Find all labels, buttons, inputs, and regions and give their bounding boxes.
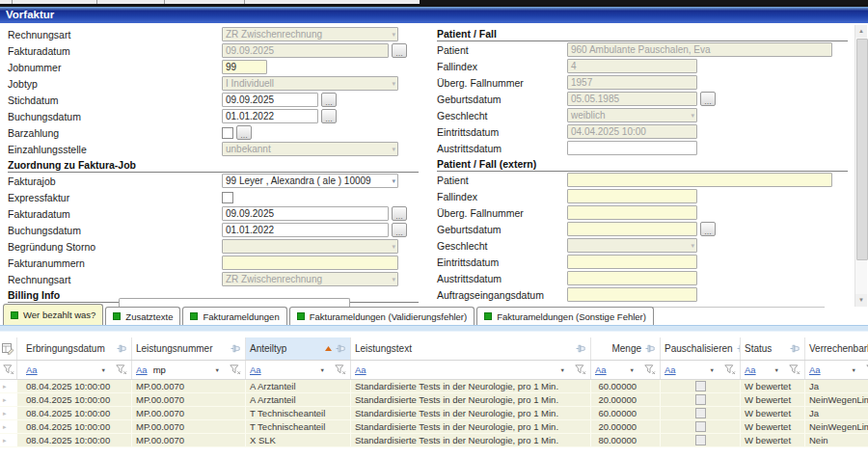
column-header-label: Anteiltyp	[250, 343, 286, 354]
tab-fakturameldungen-sonstige-fehler[interactable]: Fakturameldungen (Sonstige Fehler)	[476, 307, 654, 325]
input-eintrittsdatum[interactable]	[567, 255, 697, 269]
filter-case-toggle[interactable]: Aa	[355, 364, 366, 375]
row-expander-icon[interactable]: ▸	[0, 434, 17, 446]
scrollbar-thumb[interactable]	[856, 39, 868, 260]
input-fakturanummern[interactable]	[222, 256, 398, 270]
filter-case-toggle[interactable]: Aa	[250, 364, 261, 375]
filter-dropdown-icon[interactable]: ▼	[320, 367, 325, 373]
select-fakturajob[interactable]: 99 Leyer , Alexandra ( ale ) 10009▾	[222, 174, 398, 188]
filter-case-toggle[interactable]: Aa	[745, 364, 756, 375]
tab-fakturameldungen-validierungsfehler[interactable]: Fakturameldungen (Validierungsfehler)	[289, 307, 475, 325]
cell-value: MP.00.0070	[136, 394, 184, 405]
column-header-pauschalisieren[interactable]: Pauschalisieren	[661, 337, 741, 360]
filter-cell-anteiltyp[interactable]: Aa▼	[246, 361, 351, 379]
filter-case-toggle[interactable]: Aa	[136, 364, 148, 375]
ellipsis-button-fakturadatum[interactable]: ...	[392, 43, 407, 58]
tab-fakturameldungen[interactable]: Fakturameldungen	[182, 307, 286, 325]
input-jobnummer[interactable]: 99	[222, 60, 267, 74]
input-auftragseingangsdatum[interactable]	[567, 287, 697, 302]
filter-case-toggle[interactable]: Aa	[809, 364, 821, 375]
filter-funnel-icon[interactable]	[644, 364, 656, 375]
ellipsis-button-barzahlung[interactable]: ...	[236, 125, 252, 140]
column-header-menge[interactable]: Menge	[591, 337, 661, 360]
input-fallindex[interactable]	[567, 189, 697, 203]
pin-icon[interactable]	[790, 344, 800, 353]
field-control: ...	[567, 222, 716, 236]
input-überg-fallnummer[interactable]	[567, 205, 697, 220]
input-stichdatum[interactable]: 09.09.2025	[222, 93, 318, 107]
cell-value: Nein	[809, 435, 828, 445]
filter-cell-menge[interactable]: Aa▼	[591, 361, 661, 379]
filter-cell-status[interactable]: Aa▼	[741, 361, 805, 379]
filter-cell-erbringungsdatum[interactable]: Aa▼	[17, 361, 132, 379]
filter-funnel-icon[interactable]	[335, 364, 346, 375]
filter-funnel-icon[interactable]	[575, 364, 586, 375]
input-buchungsdatum[interactable]: 01.01.2022	[222, 109, 318, 123]
filter-case-toggle[interactable]: Aa	[26, 364, 38, 375]
filter-funnel-icon[interactable]	[116, 364, 127, 375]
pin-icon[interactable]	[117, 344, 126, 353]
column-header-status[interactable]: Status	[741, 337, 805, 360]
row-expander-icon[interactable]: ▸	[0, 393, 17, 406]
ellipsis-button-fakturadatum[interactable]: ...	[392, 206, 407, 221]
input-geburtsdatum[interactable]	[567, 222, 697, 236]
column-header-leistungstext[interactable]: Leistungstext	[351, 337, 591, 360]
filter-cell-leistungsnummer[interactable]: Aamp▼	[132, 361, 246, 379]
ellipsis-button-buchungsdatum[interactable]: ...	[321, 109, 337, 123]
tab-zusatztexte[interactable]: Zusatztexte	[105, 307, 180, 325]
vertical-scrollbar[interactable]: ▲ ▼	[854, 25, 867, 307]
input-austrittsdatum[interactable]	[567, 271, 697, 285]
row-expander-icon[interactable]: ▸	[0, 380, 17, 392]
table-row[interactable]: ▸08.04.2025 10:00:00MP.00.0070X SLKStand…	[0, 434, 868, 447]
filter-funnel-icon[interactable]	[789, 364, 800, 375]
ellipsis-button-geburtsdatum[interactable]: ...	[700, 222, 716, 236]
column-header-anteiltyp[interactable]: Anteiltyp	[246, 337, 351, 360]
table-row[interactable]: ▸08.04.2025 10:00:00MP.00.0070A Arztante…	[0, 393, 868, 407]
row-expander-icon[interactable]: ▸	[0, 407, 17, 419]
table-row[interactable]: ▸08.04.2025 10:00:00MP.00.0070T Technisc…	[0, 407, 868, 420]
pin-icon[interactable]	[336, 344, 345, 353]
field-control: ▾	[567, 238, 697, 253]
filter-dropdown-icon[interactable]: ▼	[852, 367, 856, 373]
chevron-down-icon: ▾	[392, 31, 395, 39]
ellipsis-button-buchungsdatum[interactable]: ...	[392, 223, 407, 237]
filter-dropdown-icon[interactable]: ▼	[774, 367, 779, 373]
filter-cell-verrechenbarkeit[interactable]: Aa▼	[805, 361, 868, 379]
pin-icon[interactable]	[576, 344, 585, 353]
tab-wer-bezahlt-was[interactable]: Wer bezahlt was?	[3, 304, 103, 325]
table-row[interactable]: ▸08.04.2025 10:00:00MP.00.0070A Arztante…	[0, 380, 868, 393]
column-chooser-icon[interactable]	[0, 337, 17, 360]
filter-dropdown-icon[interactable]: ▼	[560, 367, 565, 373]
filter-dropdown-icon[interactable]: ▼	[101, 367, 106, 373]
column-header-leistungsnummer[interactable]: Leistungsnummer	[132, 337, 246, 360]
filter-cell-leistungstext[interactable]: Aa▼	[351, 361, 591, 379]
column-header-erbringungsdatum[interactable]: Erbringungsdatum	[17, 337, 132, 360]
ellipsis-button-geburtsdatum[interactable]: ...	[700, 92, 716, 106]
filter-dropdown-icon[interactable]: ▼	[710, 367, 715, 373]
checkbox-barzahlung[interactable]	[222, 127, 233, 139]
pin-icon[interactable]	[645, 344, 655, 353]
filter-cell-pauschalisieren[interactable]: Aa▼	[661, 361, 741, 379]
input-buchungsdatum[interactable]: 01.01.2022	[222, 223, 389, 237]
filter-input-value[interactable]: mp	[153, 364, 166, 375]
filter-dropdown-icon[interactable]: ▼	[630, 367, 635, 373]
ellipsis-button-stichdatum[interactable]: ...	[321, 93, 337, 107]
pauschalisieren-checkbox	[695, 421, 706, 432]
scroll-up-icon[interactable]: ▲	[855, 25, 867, 38]
input-patient[interactable]	[567, 173, 832, 187]
filter-case-toggle[interactable]: Aa	[595, 364, 607, 375]
table-row[interactable]: ▸08.04.2025 10:00:00MP.00.0070T Technisc…	[0, 420, 868, 434]
filter-funnel-icon[interactable]	[230, 364, 241, 375]
form-row-geschlecht: Geschlechtweiblich▾	[437, 107, 848, 123]
filter-funnel-icon[interactable]	[724, 364, 736, 375]
checkbox-expressfaktur[interactable]	[222, 192, 233, 203]
input-austrittsdatum[interactable]	[567, 141, 697, 155]
filter-funnel-icon[interactable]	[0, 361, 17, 379]
filter-case-toggle[interactable]: Aa	[665, 364, 676, 375]
filter-dropdown-icon[interactable]: ▼	[215, 367, 220, 373]
column-header-verrechenbarkeit[interactable]: Verrechenbarkeit	[805, 337, 868, 360]
scroll-down-icon[interactable]: ▼	[855, 294, 867, 307]
input-fakturadatum[interactable]: 09.09.2025	[222, 206, 389, 221]
pin-icon[interactable]	[231, 344, 240, 353]
row-expander-icon[interactable]: ▸	[0, 420, 17, 433]
